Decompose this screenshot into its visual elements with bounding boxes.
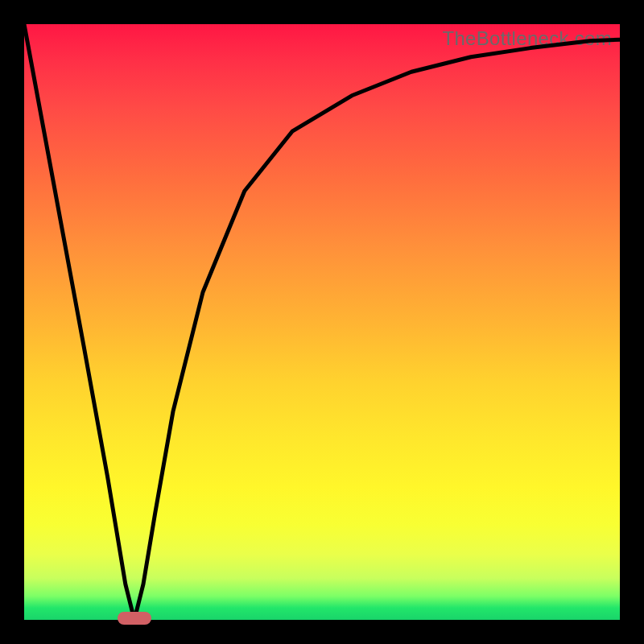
bottleneck-curve [24,24,620,620]
plot-area: TheBottleneck.com [24,24,620,620]
curve-svg [24,24,620,620]
chart-frame: TheBottleneck.com [0,0,644,644]
optimal-marker [118,612,151,625]
